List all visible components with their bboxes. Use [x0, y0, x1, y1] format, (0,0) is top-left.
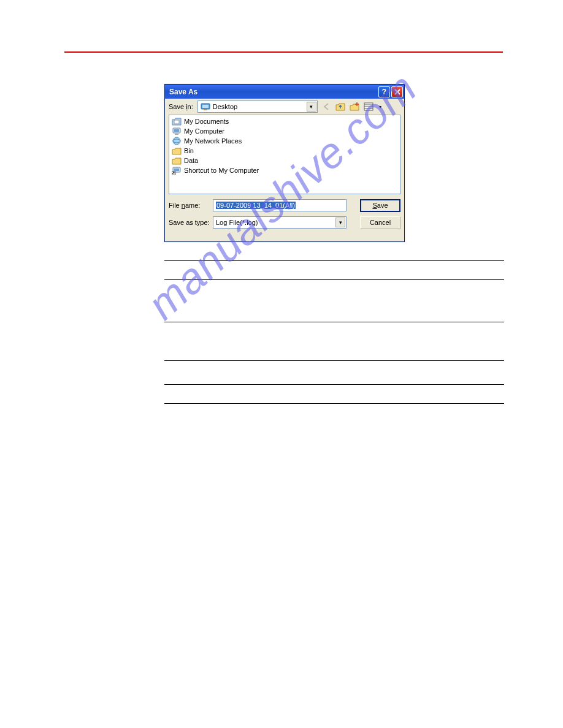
views-dropdown-arrow[interactable]: ▾: [377, 101, 383, 112]
list-item[interactable]: My Documents: [172, 116, 397, 126]
ruled-lines: [164, 260, 504, 404]
horizontal-rule: [164, 384, 504, 385]
folder-icon: [172, 156, 182, 165]
list-item[interactable]: Data: [172, 156, 397, 165]
file-name-label: File name:: [169, 202, 213, 209]
new-folder-button[interactable]: [349, 101, 360, 112]
shortcut-icon: [172, 166, 182, 175]
save-in-value: Desktop: [213, 103, 237, 110]
network-icon: [172, 137, 182, 145]
save-as-type-value: Log File(*.log): [216, 219, 258, 226]
back-icon: [322, 102, 331, 111]
header-divider: [64, 51, 503, 53]
title-bar[interactable]: Save As ?: [165, 85, 404, 99]
save-as-type-combobox[interactable]: Log File(*.log) ▾: [213, 216, 347, 229]
list-item[interactable]: Shortcut to My Computer: [172, 165, 397, 175]
list-item[interactable]: My Computer: [172, 126, 397, 136]
desktop-icon: [201, 102, 210, 112]
file-name-field[interactable]: 09-07-2009 13_14_01(All): [213, 199, 347, 211]
horizontal-rule: [164, 403, 504, 404]
save-button[interactable]: Save: [360, 199, 400, 212]
list-item-label: Bin: [184, 147, 194, 154]
svg-point-15: [173, 137, 180, 145]
dialog-title: Save As: [169, 88, 377, 96]
svg-rect-13: [174, 129, 179, 132]
save-as-dialog: Save As ? Save in: Desktop ▾: [164, 84, 405, 242]
svg-rect-11: [174, 120, 179, 124]
list-item[interactable]: My Network Places: [172, 136, 397, 146]
folder-icon: [172, 146, 182, 155]
save-in-combobox[interactable]: Desktop ▾: [197, 100, 318, 113]
file-name-value: 09-07-2009 13_14_01(All): [216, 202, 296, 209]
views-button[interactable]: [363, 101, 374, 112]
bottom-form: File name: 09-07-2009 13_14_01(All) Save…: [165, 194, 404, 236]
cancel-button[interactable]: Cancel: [360, 216, 400, 229]
chevron-down-icon[interactable]: ▾: [307, 102, 316, 112]
help-button[interactable]: ?: [378, 86, 390, 97]
horizontal-rule: [164, 279, 504, 280]
horizontal-rule: [164, 260, 504, 261]
save-as-type-label: Save as type:: [169, 219, 213, 226]
views-icon: [364, 102, 373, 111]
computer-icon: [172, 127, 182, 135]
up-one-level-button[interactable]: [335, 101, 346, 112]
close-icon: [394, 89, 400, 95]
list-item[interactable]: Bin: [172, 146, 397, 156]
list-item-label: Data: [184, 157, 198, 164]
new-folder-icon: [350, 102, 359, 111]
save-as-type-row: Save as type: Log File(*.log) ▾ Cancel: [169, 215, 400, 230]
save-in-label: Save in:: [169, 103, 193, 110]
svg-rect-4: [204, 109, 207, 110]
svg-rect-3: [202, 105, 209, 108]
list-item-label: My Network Places: [184, 137, 242, 145]
list-item-label: My Computer: [184, 127, 224, 135]
list-item-label: Shortcut to My Computer: [184, 167, 259, 174]
svg-rect-14: [175, 134, 178, 135]
save-in-row: Save in: Desktop ▾: [165, 99, 404, 115]
close-button[interactable]: [391, 86, 403, 97]
back-button: [321, 101, 332, 112]
svg-rect-18: [174, 169, 179, 171]
folder-list[interactable]: My Documents My Computer My Network Plac…: [169, 115, 400, 194]
list-item-label: My Documents: [184, 118, 229, 125]
up-one-level-icon: [335, 102, 345, 111]
file-name-row: File name: 09-07-2009 13_14_01(All) Save: [169, 198, 400, 213]
horizontal-rule: [164, 322, 504, 322]
documents-icon: [172, 117, 182, 126]
chevron-down-icon[interactable]: ▾: [335, 218, 345, 227]
horizontal-rule: [164, 360, 504, 361]
